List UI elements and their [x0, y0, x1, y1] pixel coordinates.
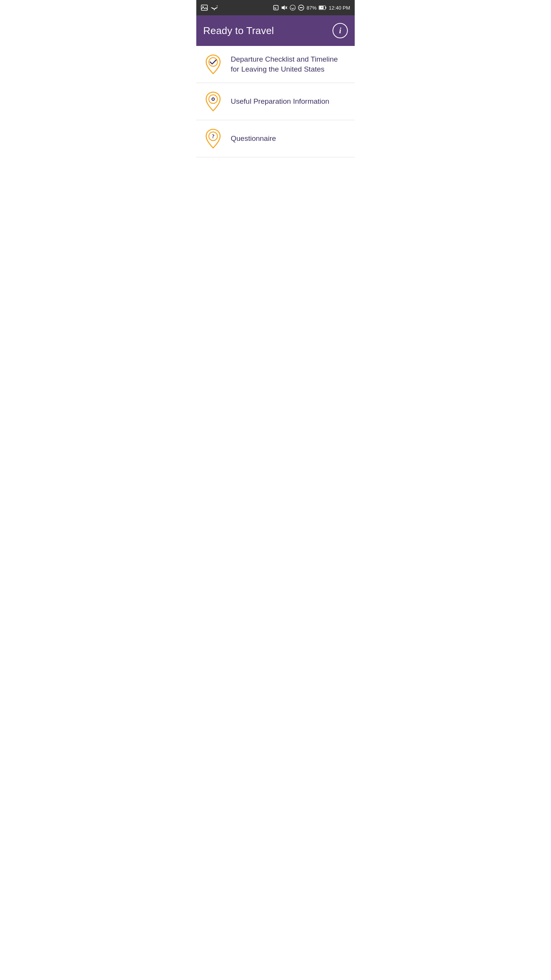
menu-list: Departure Checklist and Timeline for Lea…	[196, 46, 355, 157]
svg-rect-14	[326, 7, 326, 9]
svg-marker-6	[282, 5, 285, 10]
wifi-question-icon: ?	[211, 5, 218, 11]
svg-rect-0	[201, 5, 207, 10]
menu-item-useful-preparation[interactable]: Useful Preparation Information	[196, 83, 355, 120]
svg-text:?: ?	[212, 133, 214, 139]
svg-text:N: N	[274, 7, 276, 10]
time-display: 12:40 PM	[329, 5, 350, 11]
app-title: Ready to Travel	[203, 25, 274, 37]
svg-point-9	[290, 5, 295, 10]
battery-icon	[319, 5, 326, 10]
useful-preparation-label: Useful Preparation Information	[231, 96, 329, 106]
menu-item-departure-checklist[interactable]: Departure Checklist and Timeline for Lea…	[196, 46, 355, 83]
status-bar-right: N 87%	[273, 5, 350, 11]
no-entry-icon	[298, 5, 304, 11]
mute-icon	[281, 5, 287, 11]
status-bar-left: ?	[201, 5, 218, 11]
status-bar: ? N	[196, 0, 355, 15]
battery-percentage: 87%	[306, 5, 316, 11]
empty-content	[196, 157, 355, 310]
location-pin-icon	[203, 91, 223, 111]
info-button[interactable]: i	[333, 23, 348, 38]
questionnaire-label: Questionnaire	[231, 134, 276, 144]
svg-point-21	[212, 98, 214, 100]
svg-point-10	[293, 9, 293, 10]
nfc-icon: N	[273, 5, 279, 11]
departure-checklist-label: Departure Checklist and Timeline for Lea…	[231, 54, 348, 74]
image-icon	[201, 5, 208, 11]
wifi-circle-icon	[290, 5, 296, 11]
checkmark-pin-icon	[203, 54, 223, 74]
svg-text:?: ?	[216, 5, 218, 8]
question-pin-icon: ?	[203, 129, 223, 149]
app-header: Ready to Travel i	[196, 15, 355, 46]
menu-item-questionnaire[interactable]: ? Questionnaire	[196, 120, 355, 157]
svg-point-2	[214, 10, 215, 10]
